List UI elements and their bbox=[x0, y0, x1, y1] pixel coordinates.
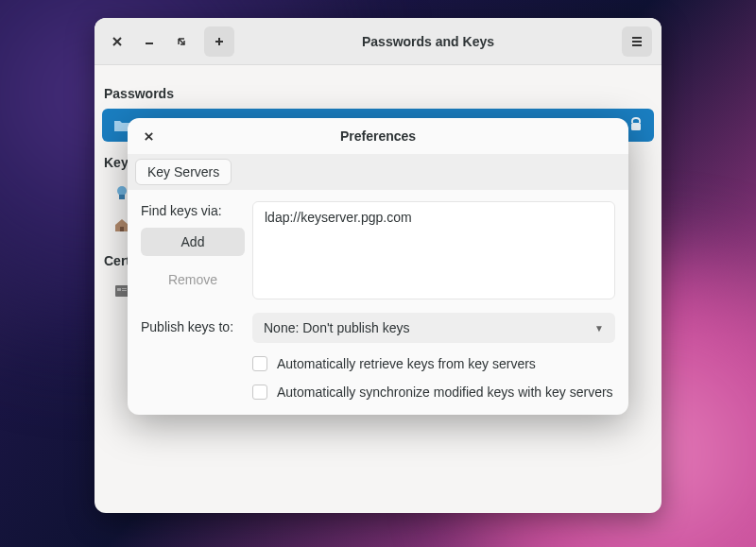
close-button[interactable] bbox=[104, 28, 130, 55]
section-passwords-header: Passwords bbox=[94, 75, 662, 107]
svg-rect-2 bbox=[119, 195, 125, 199]
svg-rect-7 bbox=[122, 290, 127, 291]
dialog-titlebar: Preferences bbox=[128, 118, 628, 154]
remove-server-button: Remove bbox=[141, 265, 245, 294]
menu-button[interactable] bbox=[622, 26, 652, 57]
publish-keys-value: None: Don't publish keys bbox=[264, 320, 409, 335]
svg-rect-0 bbox=[631, 123, 641, 130]
window-title: Passwords and Keys bbox=[240, 34, 616, 49]
svg-rect-6 bbox=[122, 288, 127, 289]
publish-keys-dropdown[interactable]: None: Don't publish keys ▼ bbox=[252, 313, 615, 343]
chevron-down-icon: ▼ bbox=[594, 323, 604, 333]
publish-keys-label: Publish keys to: bbox=[141, 313, 245, 334]
find-keys-label: Find keys via: bbox=[141, 201, 245, 218]
titlebar: Passwords and Keys bbox=[94, 18, 662, 65]
svg-rect-3 bbox=[120, 227, 124, 231]
add-button[interactable] bbox=[204, 26, 234, 57]
auto-sync-checkbox[interactable] bbox=[252, 385, 267, 400]
dialog-close-button[interactable] bbox=[137, 125, 160, 147]
preferences-dialog: Preferences Key Servers Find keys via: A… bbox=[128, 118, 628, 415]
svg-rect-5 bbox=[117, 288, 121, 291]
maximize-button[interactable] bbox=[168, 28, 195, 55]
dialog-title: Preferences bbox=[128, 128, 628, 144]
auto-retrieve-label: Automatically retrieve keys from key ser… bbox=[277, 356, 536, 371]
key-server-list[interactable]: ldap://keyserver.pgp.com bbox=[252, 201, 615, 299]
tab-key-servers[interactable]: Key Servers bbox=[135, 159, 232, 185]
minimize-button[interactable] bbox=[136, 28, 163, 55]
add-server-button[interactable]: Add bbox=[141, 228, 245, 256]
auto-sync-label: Automatically synchronize modified keys … bbox=[277, 385, 613, 400]
svg-point-1 bbox=[117, 186, 127, 196]
dialog-tabs: Key Servers bbox=[128, 154, 628, 190]
lock-icon bbox=[629, 116, 643, 134]
key-server-item[interactable]: ldap://keyserver.pgp.com bbox=[263, 208, 605, 227]
auto-retrieve-checkbox[interactable] bbox=[252, 356, 267, 371]
